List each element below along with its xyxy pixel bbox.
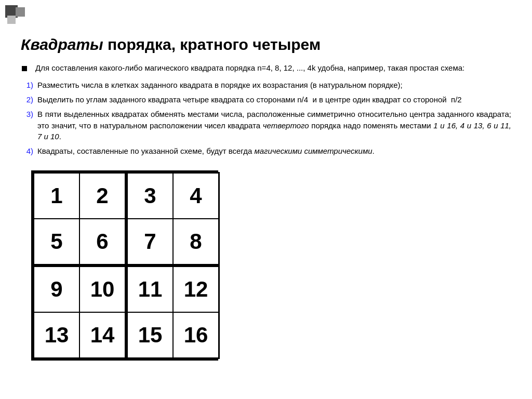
- magic-square-grid: 12345678910111213141516: [31, 170, 511, 361]
- grid-cell-15: 15: [126, 312, 173, 359]
- grid-cell-9: 9: [33, 265, 79, 312]
- list-item-3: 3) В пяти выделенных квадратах обменять …: [21, 109, 511, 142]
- num-marker-4: 4): [21, 145, 37, 157]
- grid-cell-6: 6: [79, 219, 126, 265]
- grid-cell-7: 7: [126, 219, 173, 265]
- grid-cell-8: 8: [173, 219, 220, 265]
- grid-cell-13: 13: [33, 312, 79, 359]
- numbered-list: 1) Разместить числа в клетках заданного …: [21, 79, 511, 157]
- grid-cell-3: 3: [126, 172, 173, 219]
- title-normal: порядка, кратного четырем: [103, 36, 321, 53]
- page-title: Квадраты порядка, кратного четырем: [21, 35, 511, 54]
- bullet-square-icon: [22, 66, 27, 71]
- list-item-2: 2) Выделить по углам заданного квадрата …: [21, 94, 511, 105]
- item-1-text: Разместить числа в клетках заданного ква…: [37, 79, 511, 91]
- grid-cell-5: 5: [33, 219, 79, 265]
- grid-cell-14: 14: [79, 312, 126, 359]
- intro-text: Для составления какого-либо магического …: [35, 62, 464, 74]
- grid-cell-11: 11: [126, 265, 173, 312]
- grid-cell-2: 2: [79, 172, 126, 219]
- grid-cell-10: 10: [79, 265, 126, 312]
- grid-cell-4: 4: [173, 172, 220, 219]
- item-2-text: Выделить по углам заданного квадрата чет…: [37, 94, 511, 105]
- item-3-text: В пяти выделенных квадратах обменять мес…: [37, 109, 511, 142]
- decorative-squares: [5, 5, 27, 27]
- num-marker-3: 3): [21, 109, 37, 120]
- grid-4x4: 12345678910111213141516: [31, 170, 218, 361]
- grid-cell-12: 12: [173, 265, 220, 312]
- page: Квадраты порядка, кратного четырем Для с…: [0, 0, 532, 399]
- deco-sq3: [7, 16, 16, 24]
- main-content: Для составления какого-либо магического …: [21, 62, 511, 157]
- bullet-marker: [21, 62, 35, 74]
- list-item-4: 4) Квадраты, составленные по указанной с…: [21, 145, 511, 157]
- item-4-text: Квадраты, составленные по указанной схем…: [37, 145, 511, 157]
- deco-sq2: [16, 7, 25, 17]
- list-item-1: 1) Разместить числа в клетках заданного …: [21, 79, 511, 91]
- grid-cell-1: 1: [33, 172, 79, 219]
- grid-cell-16: 16: [173, 312, 220, 359]
- intro-bullet: Для составления какого-либо магического …: [21, 62, 511, 74]
- num-marker-1: 1): [21, 79, 37, 91]
- num-marker-2: 2): [21, 94, 37, 105]
- title-bold-italic: Квадраты: [21, 36, 103, 53]
